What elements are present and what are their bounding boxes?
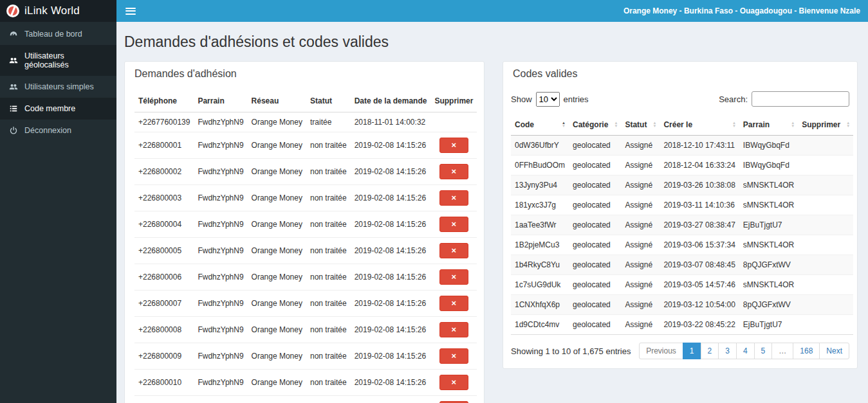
pagination-page-3[interactable]: 3 [718, 343, 737, 359]
users-icon [9, 82, 18, 91]
pagination-page-4[interactable]: 4 [736, 343, 755, 359]
page-size-select[interactable]: 10 [536, 92, 560, 107]
cell-categorie: geolocated [569, 195, 621, 215]
cell-statut: Assigné [621, 136, 660, 156]
request-row: +226800009FwdhzYphN9Orange Moneynon trai… [134, 343, 477, 370]
sidebar-item-member-code[interactable]: Code membre [0, 98, 116, 120]
request-row: +226800001FwdhzYphN9Orange Moneynon trai… [134, 132, 477, 159]
column-header-telephone: Téléphone [134, 90, 194, 112]
column-header-creer-le[interactable]: Créer le▲▼ [660, 114, 739, 136]
code-row: 13Jyny3Pu4geolocatedAssigné2019-03-26 10… [511, 175, 853, 195]
code-row: 1b4RkyC8YugeolocatedAssigné2019-03-07 08… [511, 255, 853, 275]
request-row: +226800004FwdhzYphN9Orange Moneynon trai… [134, 211, 477, 238]
sidebar-toggle-button[interactable] [116, 0, 145, 22]
column-header-reseau: Réseau [248, 90, 306, 112]
cell-statut: non traitée [306, 159, 351, 185]
cell-reseau: Orange Money [248, 185, 306, 211]
sidebar-item-geolocated-users[interactable]: Utilisateurs géolocalisés [0, 45, 116, 76]
column-header-parrain[interactable]: Parrain▲▼ [739, 114, 798, 136]
cell-creer-le: 2018-12-10 17:43:11 [660, 136, 739, 156]
codes-table: Code▲▼ Catégorie▲▼ Statut▲▼ Créer le▲▼ P… [511, 114, 853, 335]
cell-reseau: Orange Money [248, 317, 306, 343]
cell-parrain: FwdhzYphN9 [194, 238, 247, 264]
cell-creer-le: 2019-03-11 14:10:36 [660, 195, 739, 215]
sort-icon: ▲▼ [652, 121, 656, 128]
delete-request-button[interactable]: × [439, 375, 469, 390]
pagination-page-5[interactable]: 5 [754, 343, 773, 359]
pagination-page-168[interactable]: 168 [793, 343, 820, 359]
brand-title: iLink World [24, 4, 80, 17]
delete-request-button[interactable]: × [439, 322, 469, 337]
cell-supprimer: × [430, 185, 477, 211]
pagination-page-1[interactable]: 1 [683, 343, 701, 359]
delete-request-button[interactable]: × [439, 348, 469, 364]
cell-statut: Assigné [621, 195, 660, 215]
search-label: Search: [719, 94, 748, 104]
cell-date: 2019-02-08 14:15:26 [351, 159, 431, 185]
cell-telephone: +226800004 [134, 211, 194, 238]
pagination-page-2[interactable]: 2 [701, 343, 719, 359]
cell-telephone: +226800009 [134, 343, 194, 370]
search-input[interactable] [752, 91, 849, 107]
hamburger-icon [125, 8, 136, 15]
cell-telephone: +226800001 [134, 132, 194, 159]
pagination-next[interactable]: Next [819, 343, 849, 359]
cell-reseau: Orange Money [248, 264, 306, 291]
cell-supprimer [798, 295, 853, 315]
cell-categorie: geolocated [569, 175, 621, 195]
pagination-ellipsis: … [771, 343, 793, 359]
page-title: Demandes d'adhésions et codes valides [124, 33, 858, 51]
delete-request-button[interactable]: × [439, 217, 469, 232]
cell-categorie: geolocated [569, 156, 621, 175]
column-header-categorie[interactable]: Catégorie▲▼ [569, 114, 621, 136]
cell-date: 2019-02-08 14:15:26 [351, 185, 431, 211]
cell-creer-le: 2019-03-12 10:54:00 [660, 295, 739, 315]
cell-telephone: +226800005 [134, 238, 194, 264]
cell-code: 0FFhBudOOm [511, 156, 569, 175]
request-row: +226800010FwdhzYphN9Orange Moneynon trai… [134, 370, 477, 396]
column-header-date: Date de la demande [351, 90, 431, 112]
ilink-logo-icon [6, 4, 19, 17]
cell-parrain: FwdhzYphN9 [194, 211, 247, 238]
cell-supprimer [798, 136, 853, 156]
cell-date: 2019-02-08 14:15:26 [351, 238, 431, 264]
column-header-statut[interactable]: Statut▲▼ [621, 114, 660, 136]
sidebar: Tableau de bord Utilisateurs géolocalisé… [0, 22, 116, 403]
cell-reseau: Orange Money [248, 396, 306, 403]
cell-categorie: geolocated [569, 255, 621, 275]
column-header-code[interactable]: Code▲▼ [511, 114, 569, 136]
cell-code: 1c7sUG9dUk [511, 275, 569, 295]
cell-date: 2019-02-08 14:15:26 [351, 132, 431, 159]
code-row: 181yxc3J7ggeolocatedAssigné2019-03-11 14… [511, 195, 853, 215]
cell-supprimer [798, 215, 853, 235]
sidebar-item-logout[interactable]: Déconnexion [0, 120, 116, 141]
code-row: 1B2pjeMCu3geolocatedAssigné2019-03-06 15… [511, 235, 853, 255]
cell-parrain: FwdhzYphN9 [194, 159, 247, 185]
cell-code: 0dW36UfbrY [511, 136, 569, 156]
delete-request-button[interactable]: × [439, 138, 469, 153]
delete-request-button[interactable]: × [439, 296, 469, 311]
cell-date: 2019-02-08 14:15:26 [351, 291, 431, 317]
cell-parrain: FwdhzYphN9 [194, 343, 247, 370]
delete-request-button[interactable]: × [439, 243, 469, 258]
cell-statut: non traitée [306, 211, 351, 238]
cell-reseau: Orange Money [248, 112, 306, 132]
cell-creer-le: 2019-03-22 08:45:22 [660, 315, 739, 335]
sidebar-item-dashboard[interactable]: Tableau de bord [0, 23, 116, 45]
sidebar-item-simple-users[interactable]: Utilisateurs simples [0, 76, 116, 98]
cell-code: 1d9CDtc4mv [511, 315, 569, 335]
request-row: +226800007FwdhzYphN9Orange Moneynon trai… [134, 291, 477, 317]
delete-request-button[interactable]: × [439, 190, 469, 206]
cell-date: 2019-02-08 14:15:26 [351, 317, 431, 343]
cell-statut: non traitée [306, 238, 351, 264]
delete-request-button[interactable]: × [439, 164, 469, 179]
cell-supprimer [798, 175, 853, 195]
cell-creer-le: 2019-03-06 15:37:34 [660, 235, 739, 255]
delete-request-button[interactable]: × [439, 269, 469, 285]
cell-categorie: geolocated [569, 235, 621, 255]
column-header-supprimer[interactable]: Supprimer▲▼ [798, 114, 853, 136]
cell-supprimer: × [430, 317, 477, 343]
cell-reseau: Orange Money [248, 132, 306, 159]
cell-parrain: sMNSKTL4OR [739, 175, 798, 195]
power-icon [9, 126, 18, 135]
